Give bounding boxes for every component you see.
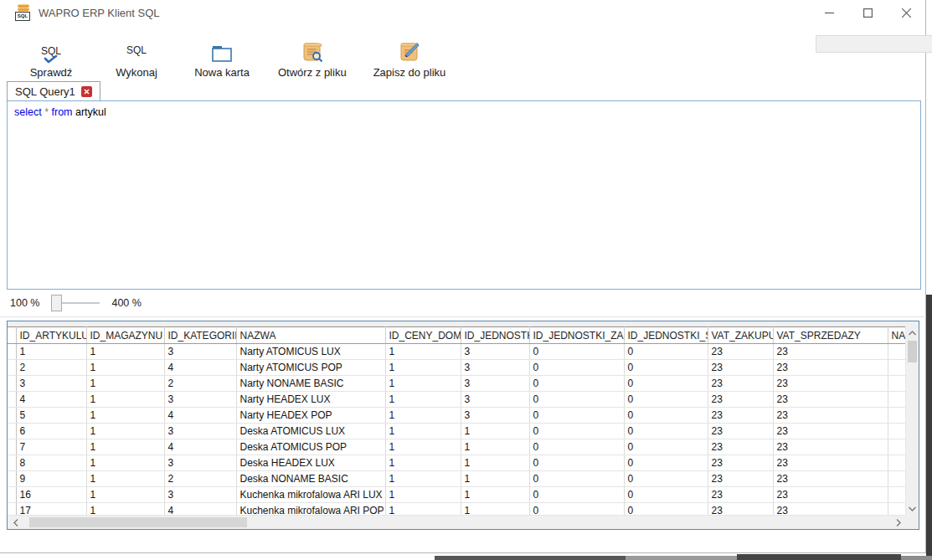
cell[interactable]: Kuchenka mikrofalowa ARI LUX [236, 487, 385, 503]
cell[interactable]: 3 [461, 376, 529, 392]
cell[interactable] [888, 471, 905, 487]
cell[interactable]: 6 [16, 424, 86, 439]
row-indicator[interactable] [8, 408, 16, 424]
cell[interactable]: 3 [164, 344, 236, 360]
cell[interactable]: 23 [773, 503, 888, 516]
cell[interactable]: 0 [624, 424, 708, 439]
row-indicator[interactable] [8, 360, 16, 376]
table-row[interactable]: 514Narty HEADEX POP13002323 [8, 408, 905, 424]
close-button[interactable] [887, 0, 925, 25]
cell[interactable]: Deska HEADEX LUX [236, 455, 385, 471]
column-header[interactable]: ID_JEDNOSTKI_ZAK [529, 327, 624, 344]
cell[interactable]: 3 [164, 455, 236, 471]
cell[interactable]: 1 [86, 471, 164, 487]
row-indicator[interactable] [8, 455, 16, 471]
cell[interactable]: 1 [461, 439, 529, 455]
cell[interactable]: 3 [164, 392, 236, 408]
cell[interactable]: 5 [16, 408, 86, 424]
cell[interactable]: 1 [385, 376, 461, 392]
cell[interactable]: 4 [164, 439, 236, 455]
column-header[interactable]: ID_JEDNOSTKI [461, 327, 529, 344]
cell[interactable]: 0 [624, 487, 708, 503]
cell[interactable]: 0 [529, 471, 624, 487]
cell[interactable]: 3 [164, 424, 236, 439]
cell[interactable]: 23 [773, 408, 888, 424]
cell[interactable] [888, 455, 905, 471]
cell[interactable]: 1 [16, 344, 86, 360]
cell[interactable]: 1 [86, 503, 164, 516]
table-row[interactable]: 413Narty HEADEX LUX13002323 [8, 392, 905, 408]
table-row[interactable]: 912Deska NONAME BASIC11002323 [8, 471, 905, 487]
column-header[interactable]: ID_ARTYKULU [16, 327, 86, 344]
cell[interactable]: 0 [529, 392, 624, 408]
row-indicator[interactable] [8, 503, 16, 516]
cell[interactable]: 23 [773, 455, 888, 471]
cell[interactable]: 1 [86, 408, 164, 424]
cell[interactable] [888, 439, 905, 455]
cell[interactable]: Deska ATOMICUS LUX [236, 424, 385, 439]
cell[interactable]: 2 [16, 360, 86, 376]
cell[interactable]: 4 [164, 360, 236, 376]
cell[interactable]: 4 [164, 503, 236, 516]
cell[interactable]: 0 [624, 503, 708, 516]
cell[interactable] [888, 503, 905, 516]
cell[interactable]: 1 [86, 344, 164, 360]
column-header[interactable]: ID_KATEGORII [164, 327, 236, 344]
table-row[interactable]: 813Deska HEADEX LUX11002323 [8, 455, 905, 471]
cell[interactable]: 1 [385, 439, 461, 455]
cell[interactable]: Narty NONAME BASIC [236, 376, 385, 392]
cell[interactable]: 23 [773, 439, 888, 455]
cell[interactable]: 3 [461, 408, 529, 424]
tab-close-button[interactable] [81, 86, 92, 97]
cell[interactable]: 0 [624, 376, 708, 392]
cell[interactable]: 1 [86, 424, 164, 439]
cell[interactable]: 0 [624, 392, 708, 408]
cell[interactable]: 23 [708, 439, 773, 455]
scroll-right-button[interactable] [892, 516, 905, 529]
cell[interactable]: Narty HEADEX POP [236, 408, 385, 424]
cell[interactable]: 23 [773, 344, 888, 360]
scroll-left-button[interactable] [9, 516, 23, 529]
maximize-button[interactable] [848, 0, 887, 25]
scroll-up-button[interactable] [906, 326, 919, 339]
cell[interactable]: 8 [16, 455, 86, 471]
column-header[interactable]: ID_MAGAZYNU [86, 327, 164, 344]
column-header[interactable]: ID_JEDNOSTKI_SPRZ [624, 327, 708, 344]
cell[interactable]: 23 [708, 360, 773, 376]
table-row[interactable]: 1714Kuchenka mikrofalowa ARI POP11002323 [8, 503, 905, 516]
cell[interactable]: 0 [529, 376, 624, 392]
cell[interactable]: 1 [86, 487, 164, 503]
column-header[interactable]: NAZW [888, 327, 905, 344]
horizontal-scrollbar[interactable] [8, 515, 905, 529]
cell[interactable]: 1 [385, 424, 461, 439]
column-header[interactable]: NAZWA [236, 327, 385, 344]
cell[interactable] [888, 424, 905, 439]
cell[interactable]: 23 [708, 455, 773, 471]
cell[interactable]: Kuchenka mikrofalowa ARI POP [236, 503, 385, 516]
horizontal-scrollbar-thumb[interactable] [29, 517, 247, 527]
cell[interactable]: 0 [529, 487, 624, 503]
minimize-button[interactable] [810, 0, 848, 25]
cell[interactable]: 4 [16, 392, 86, 408]
cell[interactable]: 2 [164, 471, 236, 487]
cell[interactable]: Deska NONAME BASIC [236, 471, 385, 487]
cell[interactable]: 0 [624, 455, 708, 471]
tab-sql-query1[interactable]: SQL Query1 [7, 81, 100, 100]
column-header[interactable]: ID_CENY_DOM [385, 327, 461, 344]
cell[interactable]: 0 [529, 455, 624, 471]
cell[interactable]: 0 [529, 408, 624, 424]
cell[interactable]: 23 [708, 376, 773, 392]
save-to-file-button[interactable]: Zapisz do pliku [365, 27, 455, 80]
cell[interactable]: 1 [461, 503, 529, 516]
cell[interactable]: 0 [624, 360, 708, 376]
cell[interactable] [888, 376, 905, 392]
vertical-scrollbar[interactable] [905, 326, 919, 515]
cell[interactable] [888, 344, 905, 360]
cell[interactable] [888, 408, 905, 424]
cell[interactable] [888, 392, 905, 408]
cell[interactable]: 23 [708, 392, 773, 408]
cell[interactable]: 1 [385, 503, 461, 516]
cell[interactable]: 3 [164, 487, 236, 503]
cell[interactable]: 1 [385, 487, 461, 503]
check-sql-button[interactable]: SQL Sprawdź [13, 27, 89, 80]
